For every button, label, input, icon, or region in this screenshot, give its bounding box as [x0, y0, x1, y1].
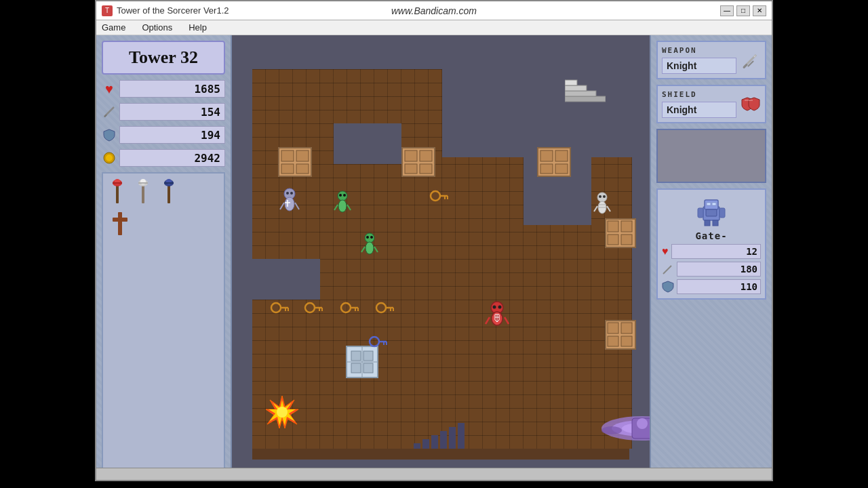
door-4[interactable]: [605, 218, 636, 251]
monster-red-combat[interactable]: [483, 300, 511, 331]
inventory-box: [102, 172, 225, 474]
svg-rect-160: [707, 203, 711, 205]
svg-point-142: [277, 407, 288, 418]
menu-game[interactable]: Game: [99, 21, 128, 34]
monster-skeleton1[interactable]: [278, 188, 301, 216]
monster-green1[interactable]: [332, 190, 353, 218]
svg-point-114: [370, 236, 373, 239]
svg-rect-162: [698, 208, 703, 218]
shield-item-icon: [741, 94, 761, 115]
door-1[interactable]: [278, 147, 312, 180]
monster-skeleton2[interactable]: [591, 191, 613, 220]
svg-rect-32: [420, 164, 432, 174]
right-panel: WEAPON Knight SHIELD Knight: [650, 35, 772, 480]
svg-rect-35: [555, 150, 568, 161]
menubar: Game Options Help: [96, 20, 772, 35]
svg-line-102: [295, 203, 299, 209]
enemy-shield-icon: [662, 281, 674, 293]
enemy-info-box: Gate- ♥ 12 180: [656, 188, 766, 300]
enemy-hp-row: ♥ 12: [662, 244, 761, 259]
attack-value: 154: [119, 103, 225, 121]
svg-line-129: [486, 317, 490, 324]
svg-rect-145: [431, 435, 438, 449]
enemy-hp-value: 12: [671, 244, 762, 259]
monster-green2[interactable]: [359, 232, 380, 260]
svg-rect-20: [565, 91, 596, 96]
svg-rect-22: [565, 80, 577, 85]
svg-point-100: [290, 192, 293, 195]
attack-row: 154: [102, 103, 225, 121]
svg-point-127: [493, 306, 496, 309]
svg-rect-51: [351, 363, 361, 373]
svg-line-101: [280, 203, 284, 209]
monster-boss[interactable]: [598, 405, 650, 448]
menu-options[interactable]: Options: [139, 21, 175, 34]
svg-point-63: [341, 303, 351, 312]
svg-line-115: [361, 247, 365, 252]
enemy-defense-row: 110: [662, 279, 761, 294]
door-2[interactable]: [401, 147, 435, 180]
watermark: www.Bandicam.com: [391, 5, 477, 16]
enemy-heart-icon: ♥: [662, 245, 669, 258]
minimize-button[interactable]: —: [720, 5, 734, 16]
key-1: [269, 300, 290, 321]
svg-point-59: [305, 303, 315, 312]
defense-value: 194: [119, 126, 225, 144]
explosion: [264, 394, 300, 432]
hp-value: 1685: [119, 80, 225, 98]
game-map[interactable]: [232, 35, 650, 480]
close-button[interactable]: ✕: [753, 5, 766, 16]
svg-rect-155: [743, 63, 748, 68]
shield-icon: [102, 127, 117, 142]
svg-point-98: [285, 197, 294, 211]
svg-point-105: [338, 191, 347, 201]
svg-rect-31: [405, 164, 417, 174]
window-controls[interactable]: — □ ✕: [720, 5, 766, 16]
key-blue: [368, 333, 388, 355]
enemy-sprite: [694, 194, 728, 228]
svg-point-113: [366, 236, 369, 239]
svg-point-106: [338, 200, 347, 212]
svg-rect-40: [621, 221, 632, 232]
key-4: [374, 300, 395, 321]
gold-row: 2942: [102, 149, 225, 167]
svg-point-120: [603, 195, 606, 198]
game-area: Tower 32 ♥ 1685 154: [96, 35, 772, 480]
svg-point-55: [271, 303, 281, 312]
weapon-box: WEAPON Knight: [656, 41, 766, 79]
svg-rect-17: [118, 212, 122, 235]
svg-rect-147: [449, 427, 456, 449]
svg-rect-148: [458, 423, 465, 449]
enemy-attack-value: 180: [677, 262, 761, 277]
svg-point-117: [597, 192, 607, 202]
weapon-name: Knight: [662, 58, 736, 74]
svg-rect-37: [555, 164, 568, 174]
svg-rect-52: [363, 363, 373, 373]
svg-point-111: [365, 233, 374, 243]
svg-line-109: [334, 205, 338, 210]
enemy-defense-value: 110: [677, 279, 761, 294]
shield-name: Knight: [662, 102, 736, 118]
svg-point-71: [370, 337, 379, 346]
svg-rect-29: [405, 150, 417, 161]
key-left-mid: [429, 188, 449, 209]
svg-rect-30: [420, 150, 432, 161]
svg-point-67: [376, 303, 386, 312]
empty-slot: [656, 129, 766, 183]
defense-row: 194: [102, 126, 225, 144]
svg-rect-44: [608, 323, 618, 333]
svg-rect-166: [706, 209, 717, 216]
svg-point-112: [366, 242, 374, 254]
svg-rect-26: [281, 164, 294, 174]
menu-help[interactable]: Help: [186, 21, 210, 34]
svg-line-122: [607, 206, 610, 211]
door-3[interactable]: [537, 147, 571, 180]
maximize-button[interactable]: □: [736, 5, 750, 16]
door-5[interactable]: [605, 320, 636, 352]
svg-line-116: [374, 247, 378, 252]
svg-rect-34: [540, 150, 553, 161]
svg-rect-143: [414, 443, 420, 449]
svg-rect-161: [712, 203, 716, 205]
svg-point-119: [599, 195, 601, 198]
coin-icon: [102, 150, 117, 165]
